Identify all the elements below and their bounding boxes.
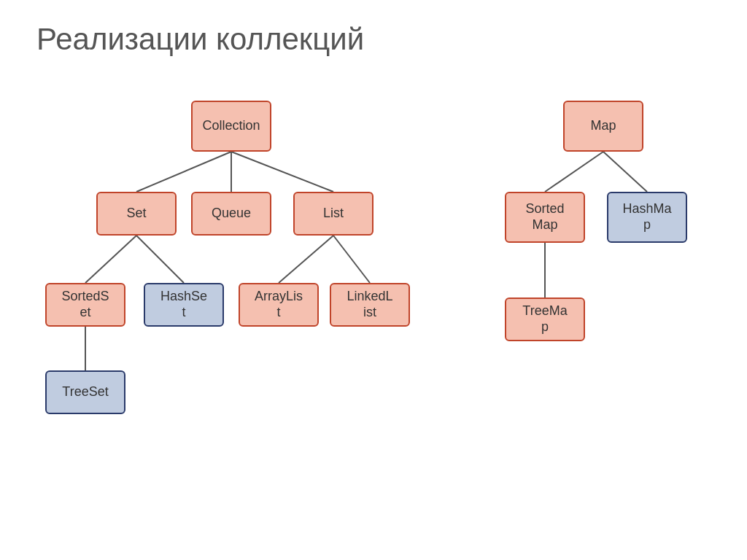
node-sortedmap: SortedMap xyxy=(505,192,585,243)
svg-line-9 xyxy=(603,152,647,192)
node-hashmap: HashMap xyxy=(607,192,687,243)
node-sortedset: SortedSet xyxy=(45,283,125,327)
node-linkedlist: LinkedList xyxy=(330,283,410,327)
node-treeset: TreeSet xyxy=(45,370,125,414)
node-map: Map xyxy=(563,101,643,152)
node-set: Set xyxy=(96,192,177,236)
node-collection: Collection xyxy=(191,101,271,152)
svg-line-0 xyxy=(136,152,231,192)
node-hashset: HashSet xyxy=(144,283,224,327)
svg-line-3 xyxy=(85,236,136,283)
node-treemap: TreeMap xyxy=(505,298,585,341)
node-list: List xyxy=(293,192,374,236)
svg-line-5 xyxy=(279,236,333,283)
page-title: Реализации коллекций xyxy=(36,22,732,57)
node-arraylist: ArrayList xyxy=(239,283,319,327)
svg-line-2 xyxy=(231,152,333,192)
page: Реализации коллекций xyxy=(0,0,747,560)
diagram: Collection Set Queue List SortedSet Hash… xyxy=(23,79,724,531)
svg-line-6 xyxy=(333,236,370,283)
node-queue: Queue xyxy=(191,192,271,236)
svg-line-4 xyxy=(136,236,184,283)
svg-line-8 xyxy=(545,152,603,192)
